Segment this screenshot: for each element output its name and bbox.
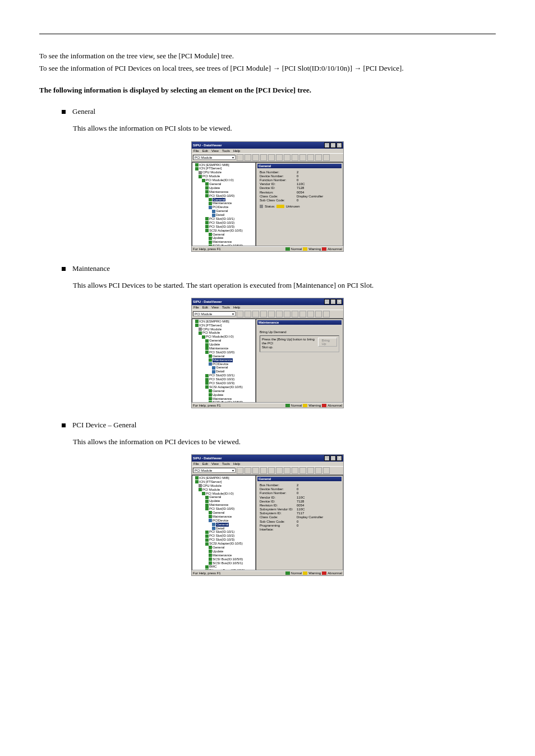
toolbar-button[interactable] (299, 467, 306, 474)
tree-item[interactable]: SCSI Adapter(ID:10/5) (209, 385, 243, 389)
tree-item[interactable]: General (213, 233, 224, 236)
tree-item[interactable]: PCI Slot(ID:10/0) (209, 507, 234, 510)
menu-tools[interactable]: Tools (222, 462, 230, 465)
help-icon[interactable] (323, 467, 330, 474)
menu-edit[interactable]: Edit (202, 306, 208, 309)
tree-item[interactable]: Update (213, 393, 223, 397)
menu-tools[interactable]: Tools (222, 149, 230, 153)
toolbar-button[interactable] (299, 154, 306, 161)
tree-item[interactable]: Update (213, 550, 223, 553)
tree-item[interactable]: PCI Slot(ID:10/1) (209, 530, 234, 533)
tree-item[interactable]: Maintenance (209, 347, 228, 350)
tree-item[interactable]: General (213, 389, 224, 393)
toolbar-button[interactable] (315, 311, 322, 317)
maximize-button[interactable]: □ (330, 455, 336, 461)
toolbar-button[interactable] (315, 154, 322, 161)
toolbar-button[interactable] (260, 311, 267, 317)
close-button[interactable]: × (336, 455, 342, 461)
minimize-button[interactable]: _ (324, 299, 330, 305)
tree-item[interactable]: General (209, 182, 221, 186)
tree-item-selected[interactable]: Maintenance (213, 358, 233, 362)
tree-item[interactable]: PCI Slot(ID:10/1) (209, 374, 234, 377)
tree-item[interactable]: PCI Slot(ID:10/3) (209, 225, 234, 228)
toolbar-button[interactable] (284, 467, 290, 474)
help-icon[interactable] (323, 154, 330, 161)
help-icon[interactable] (323, 311, 330, 317)
toolbar-button[interactable] (315, 467, 322, 474)
toolbar-button[interactable] (276, 467, 283, 474)
tree-item[interactable]: Maintenance (209, 503, 228, 506)
tree-item[interactable]: ICN [FTServer] (199, 324, 222, 327)
toolbar-button[interactable] (292, 311, 298, 317)
toolbar-button[interactable] (299, 311, 306, 317)
toolbar-button[interactable] (237, 154, 243, 161)
tree-item[interactable]: PCI Module(ID:I:0) (206, 335, 234, 338)
toolbar-button[interactable] (268, 467, 275, 474)
tree-item[interactable]: PCI Slot(ID:10/2) (209, 377, 234, 381)
toolbar-button[interactable] (252, 154, 259, 161)
tree-item[interactable]: Update (209, 343, 220, 346)
tree-item[interactable]: Maintenance (213, 201, 232, 205)
close-button[interactable]: × (336, 299, 342, 305)
tree-item[interactable]: SCSI Adapter(ID:10/5) (209, 229, 243, 232)
tree-item[interactable]: PCI Slot(ID:10/0) (209, 351, 234, 354)
tree-item[interactable]: PCI Slot(ID:10/0) (209, 194, 234, 197)
tree-item[interactable]: SCSI Adapter(ID:10/5) (209, 542, 243, 545)
tree-view[interactable]: ICN [ESMPRO MIB] ICN [FTServer] CPU Modu… (192, 162, 256, 246)
toolbar-button[interactable] (292, 154, 298, 161)
tree-item[interactable]: Update (209, 499, 220, 503)
menu-file[interactable]: File (193, 462, 199, 465)
toolbar-button[interactable] (245, 467, 251, 474)
tree-item[interactable]: General (209, 495, 221, 499)
tree-item[interactable]: Maintenance (213, 554, 232, 557)
tree-item[interactable]: PCIDevice (213, 362, 228, 366)
toolbar-button[interactable] (307, 311, 314, 317)
tree-item[interactable]: PCIDevice (213, 519, 228, 522)
tree-item[interactable]: Update (209, 186, 220, 190)
tree-item[interactable]: General (216, 366, 228, 369)
tree-item[interactable]: Update (213, 236, 223, 239)
tree-item[interactable]: PCIDevice (213, 205, 228, 209)
tree-item[interactable]: PCI Slot(ID:10/2) (209, 221, 234, 224)
tree-item[interactable]: SCSI Bus(ID:10/5/0) (213, 244, 243, 246)
toolbar-button[interactable] (237, 467, 243, 474)
tree-item[interactable]: ICN [ESMPRO MIB] (199, 476, 229, 480)
close-button[interactable]: × (336, 142, 342, 148)
tree-item[interactable]: PCI Slot(ID:10/2) (209, 534, 234, 537)
toolbar-button[interactable] (268, 154, 275, 161)
toolbar-button[interactable] (245, 311, 251, 317)
toolbar-button[interactable] (237, 311, 243, 317)
tree-item[interactable]: General (216, 209, 228, 213)
module-combo[interactable]: PCI Module▾ (193, 468, 236, 473)
tree-item-selected[interactable]: General (216, 523, 229, 527)
toolbar-button[interactable] (307, 467, 314, 474)
tree-item[interactable]: PCI Module (202, 174, 220, 178)
tree-item[interactable]: PCI Slot(ID:10/3) (209, 538, 234, 541)
maximize-button[interactable]: □ (330, 142, 336, 148)
tree-item[interactable]: General (213, 511, 224, 514)
menu-file[interactable]: File (193, 149, 199, 153)
tree-item[interactable]: General (213, 354, 224, 358)
tree-view[interactable]: ICN [ESMPRO MIB] ICN [FTServer] CPU Modu… (192, 475, 256, 570)
tree-item[interactable]: General (213, 546, 224, 549)
module-combo[interactable]: PCI Module▾ (193, 155, 236, 160)
menu-edit[interactable]: Edit (202, 149, 208, 153)
tree-item[interactable]: SCSI Bus(ID:10/5/0) (213, 557, 243, 561)
toolbar-button[interactable] (307, 154, 314, 161)
toolbar-button[interactable] (284, 311, 290, 317)
minimize-button[interactable]: _ (324, 455, 330, 461)
toolbar-button[interactable] (260, 154, 267, 161)
tree-item[interactable]: ICN [FTServer] (199, 167, 222, 170)
toolbar-button[interactable] (276, 154, 283, 161)
tree-item[interactable]: PCI Module(ID:I:0) (206, 178, 234, 182)
toolbar-button[interactable] (252, 467, 259, 474)
tree-item[interactable]: Maintenance (213, 515, 232, 518)
module-combo[interactable]: PCI Module▾ (193, 311, 236, 316)
tree-item[interactable]: ICN [FTServer] (199, 480, 222, 483)
tree-item[interactable]: PCI Slot(ID:10/3) (209, 381, 234, 385)
tree-item[interactable]: Ethernet Board(ID:10/6) (209, 569, 245, 570)
tree-item[interactable]: PCI Module (202, 488, 220, 491)
toolbar-button[interactable] (252, 311, 259, 317)
menu-view[interactable]: View (211, 149, 219, 153)
tree-item[interactable]: CPU Module (202, 170, 222, 174)
